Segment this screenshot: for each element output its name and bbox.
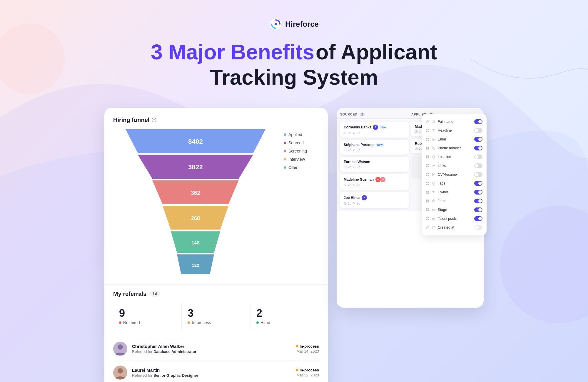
svg-rect-44 <box>426 155 427 157</box>
tags-icon <box>432 182 435 185</box>
svg-rect-31 <box>426 129 427 130</box>
svg-rect-72 <box>432 200 435 202</box>
toggle-stage[interactable] <box>474 207 482 212</box>
candidate-joe[interactable]: Joe Hines J 2d 2d <box>340 192 409 208</box>
svg-text:148: 148 <box>191 240 200 246</box>
settings-row-talent: Talent pools <box>422 214 487 223</box>
ats-col-sourced-header: SOURCED 2 <box>340 113 409 116</box>
settings-row-created: Created at <box>422 223 487 232</box>
clock-icon-4 <box>344 184 347 187</box>
svg-rect-76 <box>428 210 429 211</box>
referral-item-2: Laurel Martin Referred for Senior Graphi… <box>113 361 319 382</box>
grid-icon-4 <box>426 155 430 159</box>
legend-dot-applied <box>284 133 286 136</box>
toggle-headline[interactable] <box>474 128 482 133</box>
arrow-icon-5 <box>353 202 355 205</box>
stat-number-in-process: 3 <box>188 308 244 319</box>
avatar-madeline-2: G <box>380 177 385 182</box>
grid-icon-7 <box>426 182 430 185</box>
referral-name-1: Christopher Allan Walker <box>132 344 291 349</box>
avatar-joe: J <box>362 195 367 200</box>
stat-label-not-hired: Not hired <box>119 320 176 325</box>
legend-offer: Offer <box>284 165 319 170</box>
svg-rect-46 <box>426 157 427 158</box>
toggle-phone[interactable] <box>474 146 482 150</box>
legend-sourced: Sourced <box>284 140 319 145</box>
settings-row-cv: CV/Resume <box>422 170 487 179</box>
settings-row-jobs: Jobs <box>422 197 487 205</box>
status-dot-1 <box>296 345 298 347</box>
settings-row-headline: Headline <box>422 126 487 135</box>
toggle-location[interactable] <box>474 155 482 159</box>
svg-point-62 <box>433 182 433 183</box>
clock-icon-3 <box>344 165 347 168</box>
referrals-header: My referrals 14 <box>113 291 319 297</box>
toggle-created[interactable] <box>474 225 482 230</box>
toggle-cv[interactable] <box>474 172 482 177</box>
main-headline: 3 Major Benefits of Applicant Tracking S… <box>151 39 437 90</box>
svg-text:362: 362 <box>191 189 201 196</box>
referral-status-2: In-process <box>296 368 319 372</box>
toggle-jobs[interactable] <box>474 199 482 203</box>
svg-point-3 <box>275 23 277 25</box>
stat-dot-hired <box>256 321 259 324</box>
svg-rect-64 <box>428 191 429 192</box>
referral-info-2: Laurel Martin Referred for Senior Graphi… <box>132 368 291 378</box>
toggle-owner[interactable] <box>474 190 482 195</box>
candidate-madeline[interactable]: Madeline Guzman M G 2d 2d <box>340 174 409 190</box>
svg-rect-39 <box>432 138 435 140</box>
hireforce-logo-icon <box>269 18 282 31</box>
referral-info-1: Christopher Allan Walker Referred for Da… <box>132 344 291 354</box>
grid-icon-8 <box>426 190 430 194</box>
referral-role-1: Referred for Database Administrator <box>132 349 291 354</box>
funnel-section: Hiring funnel ? 8402 3822 <box>104 108 328 284</box>
svg-rect-36 <box>428 138 429 139</box>
legend-dot-offer <box>284 166 286 169</box>
grid-icon-3 <box>426 146 430 150</box>
lock-icon <box>426 120 430 123</box>
referral-status-area-2: In-process Mar 22, 2023 <box>296 368 319 377</box>
svg-rect-61 <box>428 184 429 185</box>
referral-avatar-1 <box>113 342 127 356</box>
page-header: Hireforce 3 Major Benefits of Applicant … <box>0 0 588 108</box>
location-icon <box>432 155 435 159</box>
candidate-stephane[interactable]: Stéphane Parsons New 2d 2d <box>340 140 409 155</box>
toggle-email[interactable] <box>474 137 482 142</box>
svg-point-83 <box>434 218 435 219</box>
svg-rect-59 <box>428 182 429 183</box>
svg-rect-49 <box>426 164 427 165</box>
svg-rect-47 <box>428 157 429 158</box>
settings-row-email: Email <box>422 135 487 144</box>
legend-applied: Applied <box>284 132 319 137</box>
toggle-fullname[interactable] <box>474 119 482 124</box>
right-panel-container: SOURCED 2 APPLIED 2 Cornelius Banks C <box>337 108 484 308</box>
jobs-icon <box>432 199 435 203</box>
candidate-cornelius[interactable]: Cornelius Banks C New 2d 2d <box>340 122 409 138</box>
toggle-links[interactable] <box>474 163 482 168</box>
svg-rect-60 <box>426 184 427 185</box>
svg-text:?: ? <box>153 118 155 122</box>
arrow-icon-2 <box>353 148 355 151</box>
arrow-icon-4 <box>353 184 355 187</box>
stat-in-process: 3 In-process <box>182 303 250 330</box>
referrals-title: My referrals <box>113 291 146 297</box>
svg-rect-78 <box>426 217 427 218</box>
settings-row-stage: Stage <box>422 205 487 214</box>
clock-icon-5 <box>344 202 347 205</box>
svg-rect-35 <box>426 138 427 139</box>
svg-rect-52 <box>428 166 429 167</box>
referrals-stats: 9 Not hired 3 In-process 2 <box>113 303 319 330</box>
svg-point-19 <box>118 344 123 350</box>
grid-icon-5 <box>426 164 430 167</box>
toggle-talent[interactable] <box>474 216 482 221</box>
toggle-tags[interactable] <box>474 181 482 186</box>
candidate-earnest[interactable]: Earnest Watson 2d 2d <box>340 157 409 172</box>
email-icon <box>432 138 435 141</box>
svg-rect-74 <box>428 208 429 210</box>
svg-rect-33 <box>426 131 427 132</box>
svg-rect-71 <box>428 201 429 202</box>
headline-black-part2: Tracking System <box>210 66 378 89</box>
svg-rect-41 <box>428 147 429 148</box>
stat-dot-in-process <box>188 321 190 324</box>
stat-hired: 2 Hired <box>250 303 319 330</box>
